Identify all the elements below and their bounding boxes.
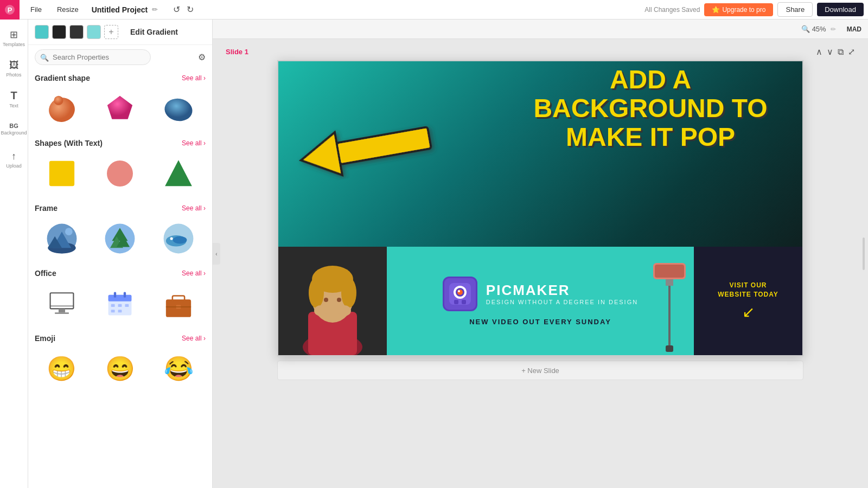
slide-headline: ADD A BACKGROUND TO MAKE IT POP <box>509 66 792 151</box>
svg-rect-63 <box>666 279 673 286</box>
redo-button[interactable]: ↻ <box>184 2 196 17</box>
gradient-shape-title: Gradient shape <box>35 74 90 82</box>
sidebar-item-text[interactable]: T Text <box>2 85 26 113</box>
emoji-grin-icon: 😄 <box>98 347 142 390</box>
office-calendar[interactable] <box>93 282 148 325</box>
slide-up-button[interactable]: ∧ <box>816 47 822 57</box>
picmaker-subtitle: DESIGN WITHOUT A DEGREE IN DESIGN <box>486 299 638 305</box>
frame-see-all[interactable]: See all › <box>182 204 206 212</box>
shape-square-yellow[interactable] <box>35 152 89 195</box>
sidebar-item-background[interactable]: BG Background <box>2 115 26 143</box>
svg-rect-23 <box>59 309 65 312</box>
scrollbar[interactable] <box>863 237 865 270</box>
svg-rect-65 <box>666 345 673 352</box>
svg-rect-34 <box>118 310 122 312</box>
slide-expand-button[interactable]: ⤢ <box>848 47 855 57</box>
file-menu[interactable]: File <box>24 3 48 16</box>
svg-point-20 <box>173 236 187 244</box>
menu-items: File Resize <box>20 3 85 16</box>
emoji-grid: 😁 😄 😂 <box>35 347 206 390</box>
sidebar-item-photos[interactable]: 🖼 Photos <box>2 54 26 82</box>
office-briefcase[interactable] <box>151 282 206 325</box>
svg-point-48 <box>341 278 356 308</box>
filter-icon[interactable]: ⚙ <box>198 52 206 62</box>
shape-triangle-green[interactable] <box>151 152 206 195</box>
logo: P <box>0 0 20 20</box>
gradient-blob-blue[interactable] <box>151 87 206 130</box>
shapes-text-grid <box>35 152 206 195</box>
collapse-handle[interactable]: ‹ <box>213 243 220 265</box>
visit-text: VISIT OUR WEBSITE TODAY <box>718 281 778 299</box>
search-icon: 🔍 <box>40 53 49 61</box>
new-slide-button[interactable]: + New Slide <box>277 361 803 380</box>
office-grid <box>35 282 206 325</box>
lower-banner: PICMAKER DESIGN WITHOUT A DEGREE IN DESI… <box>278 247 802 355</box>
office-monitor[interactable] <box>35 282 89 325</box>
color-palette-bar: + Edit Gradient <box>28 20 212 45</box>
add-color-button[interactable]: + <box>104 25 118 39</box>
gradient-blob-orange[interactable] <box>35 87 89 130</box>
zoom-level: 45% <box>812 25 826 33</box>
project-name: Untitled Project <box>92 5 148 14</box>
undo-button[interactable]: ↺ <box>171 2 182 17</box>
photos-label: Photos <box>6 72 21 78</box>
section-frame: Frame See all › <box>28 200 212 265</box>
section-shapes-text: Shapes (With Text) See all › <box>28 134 212 200</box>
resize-menu[interactable]: Resize <box>50 3 85 16</box>
slide-down-button[interactable]: ∨ <box>827 47 833 57</box>
svg-rect-60 <box>462 300 466 304</box>
svg-point-51 <box>314 305 327 316</box>
gradient-pentagon-pink[interactable] <box>93 87 148 130</box>
slide-arrow <box>295 105 446 194</box>
background-label: Background <box>1 130 27 136</box>
frame-whale[interactable] <box>151 217 206 260</box>
save-status: All Changes Saved <box>644 6 700 14</box>
download-button[interactable]: Download <box>817 3 864 16</box>
topbar: P File Resize Untitled Project ✏ ↺ ↻ All… <box>0 0 868 20</box>
svg-point-49 <box>324 298 328 302</box>
search-bar: 🔍 ⚙ <box>28 45 212 69</box>
shape-circle-salmon[interactable] <box>93 152 148 195</box>
frame-trees[interactable] <box>93 217 148 260</box>
text-label: Text <box>9 103 18 108</box>
color-swatch-lightteal[interactable] <box>87 25 101 39</box>
slide-canvas[interactable]: ADD A BACKGROUND TO MAKE IT POP <box>277 60 803 356</box>
slide-nav-buttons: ∧ ∨ ⧉ ⤢ <box>816 47 855 57</box>
emoji-see-all[interactable]: See all › <box>182 335 206 342</box>
left-panel: + Edit Gradient 🔍 ⚙ Gradient shape See a… <box>28 20 213 488</box>
photos-icon: 🖼 <box>9 60 19 71</box>
gradient-shape-see-all[interactable]: See all › <box>182 74 206 82</box>
slide-copy-button[interactable]: ⧉ <box>838 47 844 57</box>
office-see-all[interactable]: See all › <box>182 269 206 277</box>
color-swatch-black[interactable] <box>52 25 66 39</box>
gradient-title: Edit Gradient <box>130 28 178 36</box>
svg-rect-39 <box>336 127 431 164</box>
icon-bar: ⊞ Templates 🖼 Photos T Text BG Backgroun… <box>0 20 28 488</box>
color-swatch-darkgray[interactable] <box>69 25 84 39</box>
svg-rect-32 <box>125 304 129 307</box>
section-emoji: Emoji See all › 😁 😄 😂 <box>28 330 212 395</box>
history-buttons: ↺ ↻ <box>171 2 196 17</box>
shapes-text-see-all[interactable]: See all › <box>182 139 206 147</box>
slide-wrapper: ADD A Slide 1 ∧ ∨ ⧉ ⤢ ADD A <box>213 39 868 488</box>
svg-point-52 <box>338 305 351 316</box>
svg-rect-22 <box>50 293 73 309</box>
share-button[interactable]: Share <box>777 2 813 17</box>
svg-marker-8 <box>165 160 192 186</box>
emoji-cry-laugh-icon: 😂 <box>157 347 200 390</box>
slide-label: Slide 1 <box>226 48 248 56</box>
emoji-grin[interactable]: 😄 <box>93 347 148 390</box>
emoji-cry-laugh[interactable]: 😂 <box>151 347 206 390</box>
emoji-smile[interactable]: 😁 <box>35 347 89 390</box>
sidebar-item-templates[interactable]: ⊞ Templates <box>2 24 26 52</box>
upgrade-button[interactable]: ⭐ Upgrade to pro <box>704 3 773 16</box>
edit-project-icon[interactable]: ✏ <box>152 5 158 14</box>
mascot-icon <box>443 277 477 311</box>
frame-mountains[interactable] <box>35 217 89 260</box>
canvas-area: ‹ 🔍 45% ✏ MAD ADD A Slide 1 ∧ ∨ <box>213 20 868 488</box>
visit-arrow-icon: ↙ <box>742 303 755 321</box>
svg-rect-59 <box>454 300 458 304</box>
search-input[interactable] <box>35 49 151 65</box>
sidebar-item-upload[interactable]: ↑ Upload <box>2 145 26 174</box>
color-swatch-teal[interactable] <box>35 25 49 39</box>
